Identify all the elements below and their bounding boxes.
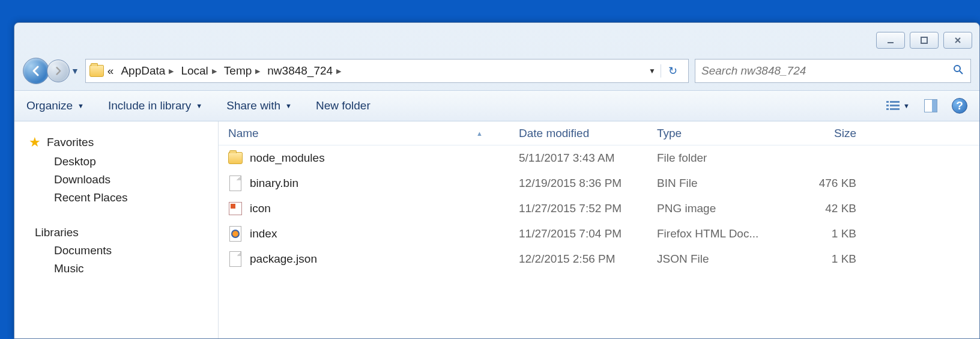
breadcrumb-appdata[interactable]: AppData ▶: [117, 64, 177, 78]
toolbar: Organize ▼ Include in library ▼ Share wi…: [14, 90, 979, 121]
share-with-button[interactable]: Share with ▼: [226, 99, 292, 112]
sidebar-recent[interactable]: Recent Places: [14, 189, 218, 207]
svg-rect-4: [890, 101, 900, 103]
file-date: 12/19/2015 8:36 PM: [519, 177, 657, 190]
column-header-size[interactable]: Size: [795, 127, 867, 140]
file-size: 476 KB: [795, 177, 867, 190]
file-row[interactable]: binary.bin12/19/2015 8:36 PMBIN File476 …: [219, 171, 979, 196]
svg-rect-6: [890, 105, 900, 106]
column-header-date[interactable]: Date modified: [519, 127, 657, 140]
column-label: Name: [228, 127, 259, 140]
svg-rect-1: [921, 37, 927, 43]
column-header-type[interactable]: Type: [657, 127, 795, 140]
breadcrumb-label: Temp: [224, 64, 252, 78]
organize-button[interactable]: Organize ▼: [26, 99, 84, 112]
chevron-right-icon[interactable]: ▶: [212, 67, 217, 75]
sidebar-documents[interactable]: Documents: [14, 242, 218, 260]
file-date: 11/27/2015 7:52 PM: [519, 202, 657, 215]
folder-icon: [228, 152, 243, 164]
help-button[interactable]: ?: [952, 98, 967, 114]
breadcrumb-label: nw3848_724: [267, 64, 333, 78]
file-icon: [229, 251, 241, 267]
new-folder-button[interactable]: New folder: [316, 99, 371, 112]
maximize-button[interactable]: [910, 32, 939, 49]
content-area: ★ Favorites Desktop Downloads: [14, 121, 979, 339]
chevron-down-icon: ▼: [285, 102, 292, 109]
chevron-down-icon: ▼: [196, 102, 202, 109]
file-icon: [229, 176, 241, 191]
file-list-pane: Name ▲ Date modified Type Size node_modu…: [219, 121, 979, 339]
sidebar-favorites[interactable]: ★ Favorites: [14, 132, 218, 153]
file-name: package.json: [250, 252, 317, 266]
sidebar-label: Favorites: [47, 136, 94, 149]
include-library-button[interactable]: Include in library ▼: [108, 99, 202, 112]
chevron-down-icon: ▼: [903, 102, 910, 109]
search-input[interactable]: [701, 64, 952, 78]
breadcrumb-current[interactable]: nw3848_724 ▶: [264, 64, 345, 78]
svg-rect-5: [886, 105, 889, 106]
chevron-right-icon[interactable]: ▶: [255, 67, 260, 75]
file-row[interactable]: index11/27/2015 7:04 PMFirefox HTML Doc.…: [219, 221, 979, 246]
file-row[interactable]: package.json12/2/2015 2:56 PMJSON File1 …: [219, 246, 979, 272]
file-type: PNG image: [657, 202, 795, 215]
include-label: Include in library: [108, 99, 191, 112]
breadcrumb-temp[interactable]: Temp ▶: [220, 64, 264, 78]
address-row: ▼ « AppData ▶ Local ▶ Temp ▶ nw3848_724 …: [14, 58, 979, 90]
chevron-right-icon[interactable]: ▶: [336, 67, 341, 75]
svg-rect-0: [888, 42, 894, 43]
breadcrumb-prefix[interactable]: «: [104, 64, 118, 78]
file-name: binary.bin: [250, 177, 298, 190]
file-type: BIN File: [657, 177, 795, 190]
file-size: 42 KB: [795, 202, 867, 215]
forward-button[interactable]: [47, 60, 70, 82]
file-row[interactable]: node_modules5/11/2017 3:43 AMFile folder: [219, 145, 979, 171]
breadcrumb-label: Local: [181, 64, 208, 78]
column-header-name[interactable]: Name ▲: [219, 127, 519, 140]
file-date: 5/11/2017 3:43 AM: [519, 151, 657, 165]
file-name: node_modules: [250, 151, 325, 165]
refresh-button[interactable]: ↻: [661, 64, 685, 78]
file-row[interactable]: icon11/27/2015 7:52 PMPNG image42 KB: [219, 196, 979, 221]
svg-rect-7: [886, 108, 889, 110]
sort-indicator-icon: ▲: [476, 130, 483, 137]
sidebar-downloads[interactable]: Downloads: [14, 171, 218, 189]
file-size: 1 KB: [795, 227, 867, 240]
preview-pane-button[interactable]: [924, 99, 937, 112]
sidebar-label: Desktop: [54, 155, 96, 168]
share-label: Share with: [226, 99, 280, 112]
view-mode-button[interactable]: ▼: [886, 100, 910, 111]
file-date: 11/27/2015 7:04 PM: [519, 227, 657, 240]
search-icon[interactable]: [952, 64, 964, 79]
sidebar-desktop[interactable]: Desktop: [14, 153, 218, 171]
organize-label: Organize: [26, 99, 73, 112]
svg-rect-8: [890, 108, 900, 110]
folder-icon: [89, 65, 104, 77]
nav-buttons: ▼: [23, 58, 79, 84]
sidebar-libraries[interactable]: Libraries: [14, 224, 218, 242]
file-date: 12/2/2015 2:56 PM: [519, 252, 657, 266]
chevron-right-icon[interactable]: ▶: [169, 67, 174, 75]
file-type: Firefox HTML Doc...: [657, 227, 795, 240]
file-name: icon: [250, 202, 271, 215]
nav-history-dropdown[interactable]: ▼: [71, 66, 79, 76]
breadcrumb-label: AppData: [121, 64, 165, 78]
back-button[interactable]: [23, 58, 49, 84]
file-size: 1 KB: [795, 252, 867, 266]
titlebar: [14, 23, 979, 58]
sidebar-label: Music: [54, 262, 84, 275]
sidebar-label: Libraries: [35, 226, 79, 239]
sidebar-label: Downloads: [54, 173, 110, 186]
address-bar[interactable]: « AppData ▶ Local ▶ Temp ▶ nw3848_724 ▶ …: [85, 59, 689, 83]
close-button[interactable]: [943, 32, 972, 49]
breadcrumb-local[interactable]: Local ▶: [177, 64, 220, 78]
column-headers: Name ▲ Date modified Type Size: [219, 121, 979, 145]
svg-rect-3: [886, 101, 889, 103]
svg-point-2: [954, 66, 960, 72]
chevron-down-icon: ▼: [77, 102, 84, 109]
star-icon: ★: [29, 135, 41, 150]
navigation-sidebar: ★ Favorites Desktop Downloads: [14, 121, 219, 339]
sidebar-music[interactable]: Music: [14, 260, 218, 278]
firefox-file-icon: [229, 226, 241, 242]
minimize-button[interactable]: [876, 32, 905, 49]
address-dropdown[interactable]: ▼: [644, 67, 661, 75]
